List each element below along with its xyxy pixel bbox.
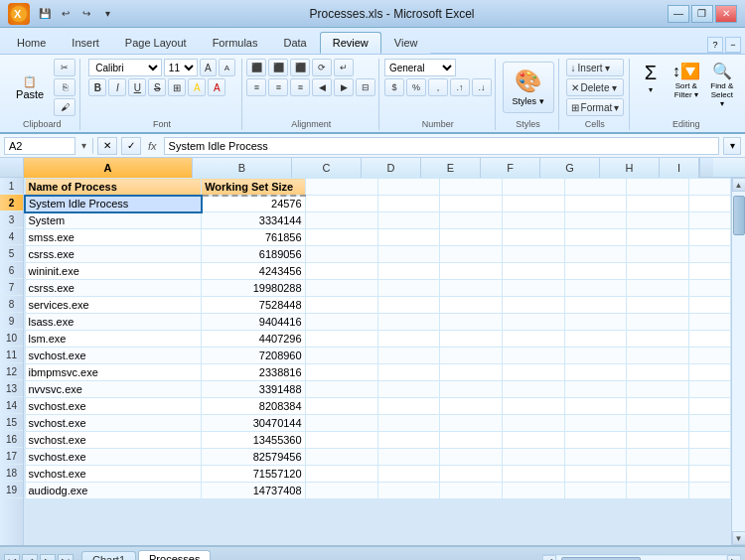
cell-b5[interactable]: 6189056: [202, 246, 305, 263]
row-num-15[interactable]: 15: [0, 414, 23, 431]
sheet-tab-processes[interactable]: Processes: [138, 550, 211, 560]
wrap-text-btn[interactable]: ↵: [334, 59, 354, 76]
cell-i2[interactable]: [689, 196, 731, 212]
indent-inc-btn[interactable]: ▶: [334, 78, 354, 96]
col-header-e[interactable]: E: [421, 158, 481, 178]
vertical-scrollbar[interactable]: ▲ ▼: [731, 178, 745, 545]
quick-access-more-btn[interactable]: ▾: [98, 5, 116, 23]
cell-a10[interactable]: lsm.exe: [25, 331, 202, 348]
tab-page-layout[interactable]: Page Layout: [112, 32, 200, 54]
paste-button[interactable]: 📋 Paste: [8, 72, 52, 103]
cell-b1[interactable]: Working Set Size: [202, 179, 305, 196]
scroll-up-btn[interactable]: ▲: [732, 178, 746, 192]
sheet-tab-prev-btn[interactable]: ◀: [22, 554, 38, 560]
ribbon-collapse-btn[interactable]: −: [725, 37, 741, 53]
close-button[interactable]: ✕: [715, 5, 737, 23]
sort-filter-button[interactable]: ↕🔽 Sort &Filter ▾: [670, 59, 702, 111]
row-num-13[interactable]: 13: [0, 380, 23, 397]
cell-a12[interactable]: ibmpmsvc.exe: [25, 364, 202, 381]
horizontal-scrollbar[interactable]: ◀ ▶: [542, 554, 741, 560]
row-num-6[interactable]: 6: [0, 262, 23, 279]
copy-button[interactable]: ⎘: [54, 78, 75, 96]
cell-b18[interactable]: 71557120: [202, 466, 305, 483]
align-center-btn[interactable]: ≡: [268, 78, 288, 96]
cell-a8[interactable]: services.exe: [25, 297, 202, 314]
cell-h1[interactable]: [627, 179, 689, 196]
align-top-right-btn[interactable]: ⬛: [290, 59, 310, 76]
h-scroll-track[interactable]: [557, 556, 726, 561]
col-header-h[interactable]: H: [600, 158, 660, 178]
tab-view[interactable]: View: [381, 32, 431, 54]
cell-b6[interactable]: 4243456: [202, 263, 305, 280]
cell-d3[interactable]: [377, 212, 440, 229]
cell-a13[interactable]: nvvsvc.exe: [25, 381, 202, 398]
cell-b12[interactable]: 2338816: [202, 364, 305, 381]
cell-e2[interactable]: [440, 196, 503, 212]
cell-b2[interactable]: 24576: [202, 196, 305, 212]
redo-quick-btn[interactable]: ↪: [77, 5, 95, 23]
cell-e1[interactable]: [440, 179, 503, 196]
italic-button[interactable]: I: [108, 78, 126, 96]
scroll-track[interactable]: [732, 192, 745, 531]
col-header-g[interactable]: G: [540, 158, 600, 178]
cell-a16[interactable]: svchost.exe: [25, 432, 202, 449]
comma-btn[interactable]: ,: [428, 78, 448, 96]
cell-b16[interactable]: 13455360: [202, 432, 305, 449]
row-num-11[interactable]: 11: [0, 347, 23, 363]
strikethrough-button[interactable]: S: [148, 78, 166, 96]
col-header-a[interactable]: A: [24, 158, 193, 178]
cell-b7[interactable]: 19980288: [202, 280, 305, 297]
cell-c1[interactable]: [305, 179, 377, 196]
sheet-tab-last-btn[interactable]: ▶|: [58, 554, 74, 560]
font-family-select[interactable]: Calibri: [88, 59, 162, 76]
currency-btn[interactable]: $: [384, 78, 404, 96]
tab-home[interactable]: Home: [4, 32, 59, 54]
cell-a1[interactable]: Name of Process: [25, 179, 202, 196]
row-num-9[interactable]: 9: [0, 313, 23, 330]
tab-data[interactable]: Data: [270, 32, 319, 54]
cell-f1[interactable]: [503, 179, 565, 196]
scroll-down-btn[interactable]: ▼: [732, 531, 746, 545]
row-num-18[interactable]: 18: [0, 465, 23, 482]
minimize-button[interactable]: —: [668, 5, 689, 23]
row-num-19[interactable]: 19: [0, 482, 23, 498]
cell-d2[interactable]: [377, 196, 440, 212]
sheet-tab-chart1[interactable]: Chart1: [81, 551, 136, 560]
restore-button[interactable]: ❐: [691, 5, 713, 23]
h-scroll-left-btn[interactable]: ◀: [542, 555, 556, 561]
name-box[interactable]: A2: [4, 137, 75, 155]
row-num-12[interactable]: 12: [0, 363, 23, 380]
styles-button[interactable]: 🎨 Styles ▾: [503, 62, 554, 113]
formula-expand-right-btn[interactable]: ▾: [723, 137, 741, 155]
cell-a4[interactable]: smss.exe: [25, 229, 202, 246]
cell-g1[interactable]: [564, 179, 627, 196]
row-num-5[interactable]: 5: [0, 245, 23, 262]
bold-button[interactable]: B: [88, 78, 106, 96]
inc-decimal-btn[interactable]: .↑: [450, 78, 470, 96]
insert-cells-button[interactable]: ↓ Insert ▾: [566, 59, 625, 76]
border-button[interactable]: ⊞: [168, 78, 186, 96]
font-grow-button[interactable]: A: [200, 59, 217, 76]
col-header-b[interactable]: B: [193, 158, 292, 178]
cell-a2[interactable]: System Idle Process: [25, 196, 202, 212]
row-num-10[interactable]: 10: [0, 330, 23, 347]
cell-a9[interactable]: lsass.exe: [25, 314, 202, 331]
fill-color-button[interactable]: A: [188, 78, 206, 96]
cell-g2[interactable]: [564, 196, 627, 212]
scroll-thumb[interactable]: [733, 196, 745, 235]
h-scroll-right-btn[interactable]: ▶: [727, 555, 741, 561]
row-num-3[interactable]: 3: [0, 211, 23, 228]
format-cells-button[interactable]: ⊞ Format ▾: [566, 98, 625, 116]
cell-i1[interactable]: [689, 179, 731, 196]
cell-b15[interactable]: 30470144: [202, 415, 305, 432]
cell-g3[interactable]: [564, 212, 627, 229]
cell-a6[interactable]: wininit.exe: [25, 263, 202, 280]
row-num-7[interactable]: 7: [0, 279, 23, 296]
cell-b13[interactable]: 3391488: [202, 381, 305, 398]
row-num-14[interactable]: 14: [0, 397, 23, 414]
row-num-2[interactable]: 2: [0, 195, 23, 211]
format-painter-button[interactable]: 🖌: [54, 98, 75, 116]
indent-dec-btn[interactable]: ◀: [312, 78, 332, 96]
cell-b4[interactable]: 761856: [202, 229, 305, 246]
cell-a11[interactable]: svchost.exe: [25, 348, 202, 364]
